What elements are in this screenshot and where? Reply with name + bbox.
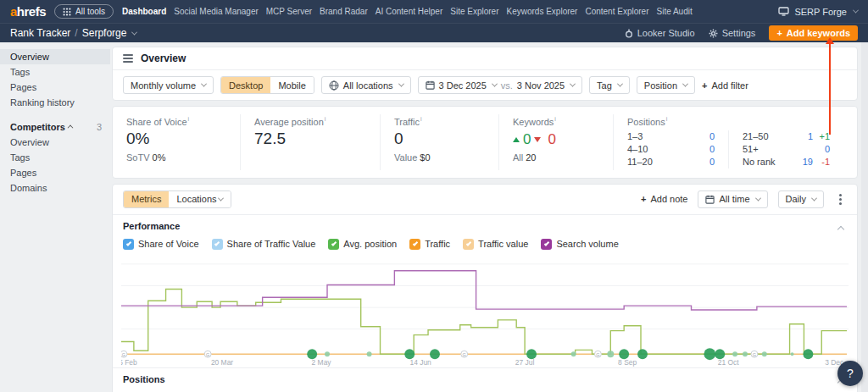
- svg-text:G: G: [596, 351, 599, 356]
- settings-label: Settings: [722, 28, 756, 38]
- sidebar-competitors-pages[interactable]: Pages: [0, 165, 110, 180]
- sidebar-item-pages[interactable]: Pages: [0, 80, 110, 95]
- legend-label: Traffic: [425, 239, 450, 249]
- date-start: 3 Dec 2025: [439, 80, 487, 91]
- sidebar-main-list: OverviewTagsPagesRanking history: [0, 49, 110, 110]
- checkbox-checked-icon[interactable]: [212, 239, 223, 250]
- sidebar-item-tags[interactable]: Tags: [0, 64, 110, 80]
- add-filter-button[interactable]: +Add filter: [702, 80, 748, 91]
- looker-studio-label: Looker Studio: [637, 28, 695, 38]
- checkbox-checked-icon[interactable]: [328, 239, 339, 250]
- positions-stat-value: 0: [698, 143, 715, 156]
- collapse-icon[interactable]: [838, 224, 843, 234]
- device-mobile[interactable]: Mobile: [270, 77, 313, 93]
- positions-stat-label: 4–10: [627, 143, 698, 156]
- note-marker: [762, 351, 767, 356]
- positions-stat-value: 19: [796, 156, 813, 168]
- nav-item-site-audit[interactable]: Site Audit: [656, 7, 692, 16]
- chevron-down-icon: [492, 81, 498, 87]
- ahrefs-logo[interactable]: ahrefs: [10, 4, 46, 19]
- plus-icon: +: [702, 80, 707, 91]
- positions-stat-row: 11–200: [627, 156, 715, 168]
- nav-item-brand-radar[interactable]: Brand Radar: [320, 7, 368, 16]
- performance-legend: Share of VoiceShare of Traffic ValueAvg.…: [123, 239, 847, 250]
- legend-label: Search volume: [556, 239, 618, 249]
- volume-dropdown[interactable]: Monthly volume: [123, 76, 214, 94]
- series-avg-position: [121, 289, 847, 354]
- legend-label: Avg. position: [343, 239, 397, 249]
- add-filter-label: Add filter: [711, 80, 748, 91]
- positions-stat-label: No rank: [743, 156, 796, 168]
- vs-label: vs.: [501, 80, 513, 91]
- legend-share-of-voice[interactable]: Share of Voice: [123, 239, 199, 250]
- nav-item-content-explorer[interactable]: Content Explorer: [585, 7, 648, 16]
- granularity-dropdown[interactable]: Daily: [778, 190, 824, 208]
- positions-table-right: 21–501+151+0No rank19-1: [728, 130, 843, 168]
- checkbox-checked-icon[interactable]: [463, 239, 474, 250]
- nav-item-site-explorer[interactable]: Site Explorer: [450, 7, 498, 16]
- info-icon[interactable]: i: [666, 116, 668, 122]
- info-icon[interactable]: i: [188, 116, 190, 122]
- positions-stat-row: No rank19-1: [743, 156, 830, 168]
- info-icon[interactable]: i: [554, 116, 556, 122]
- note-marker: [803, 349, 813, 359]
- checkbox-checked-icon[interactable]: [123, 239, 134, 250]
- add-note-button[interactable]: +Add note: [641, 194, 687, 204]
- performance-section: Performance Share of VoiceShare of Traff…: [113, 215, 857, 256]
- more-options-icon[interactable]: [839, 198, 842, 201]
- sidebar-competitors-header[interactable]: Competitors 3: [0, 119, 110, 135]
- performance-chart[interactable]: GGGGG5 Feb20 Mar2 May14 Jun27 Jul8 Sep21…: [121, 259, 849, 367]
- sidebar-item-overview[interactable]: Overview: [0, 49, 110, 64]
- scrollbar[interactable]: [861, 42, 868, 392]
- legend-search-volume[interactable]: Search volume: [541, 239, 618, 250]
- info-icon[interactable]: i: [420, 116, 422, 122]
- positions-stat-label: 11–20: [627, 156, 698, 168]
- breadcrumb-project: Serpforge: [82, 27, 127, 39]
- settings-button[interactable]: Settings: [709, 28, 756, 38]
- stat-keywords: Keywordsi 0 0 All20: [498, 114, 613, 170]
- sidebar-competitors-tags[interactable]: Tags: [0, 150, 110, 165]
- tag-dropdown[interactable]: Tag: [589, 76, 630, 94]
- tab-locations[interactable]: Locations: [169, 191, 230, 207]
- position-dropdown[interactable]: Position: [637, 76, 695, 94]
- checkbox-checked-icon[interactable]: [541, 239, 552, 250]
- legend-traffic-value[interactable]: Traffic value: [463, 239, 528, 250]
- legend-share-of-traffic-value[interactable]: Share of Traffic Value: [212, 239, 316, 250]
- note-marker: [571, 351, 576, 356]
- add-keywords-button[interactable]: + Add keywords: [769, 25, 858, 41]
- positions-stat-row: 4–100: [627, 143, 715, 156]
- locations-dropdown[interactable]: All locations: [321, 76, 411, 94]
- performance-title: Performance: [123, 221, 847, 231]
- chevron-down-icon: [398, 81, 403, 87]
- tab-metrics[interactable]: Metrics: [124, 191, 169, 207]
- breadcrumb[interactable]: Rank Tracker / Serpforge: [10, 27, 136, 39]
- nav-item-ai-content-helper[interactable]: AI Content Helper: [376, 7, 443, 16]
- legend-traffic[interactable]: Traffic: [409, 239, 450, 250]
- stats-card: Share of Voicei 0% SoTV0% Average positi…: [112, 106, 858, 179]
- nav-item-keywords-explorer[interactable]: Keywords Explorer: [507, 7, 578, 16]
- device-desktop[interactable]: Desktop: [221, 77, 270, 93]
- positions-stat-value: 0: [698, 130, 715, 143]
- all-tools-button[interactable]: All tools: [54, 4, 114, 19]
- sidebar-competitors-overview[interactable]: Overview: [0, 135, 110, 150]
- positions-title: Positions: [123, 374, 847, 384]
- sidebar-competitors-domains[interactable]: Domains: [0, 180, 110, 196]
- account-menu[interactable]: SERP Forge: [778, 7, 858, 17]
- looker-studio-link[interactable]: Looker Studio: [625, 28, 695, 38]
- checkbox-checked-icon[interactable]: [409, 239, 420, 250]
- menu-icon[interactable]: [123, 54, 133, 63]
- positions-section: Positions 1–34–1011–2021–5051+No rank: [113, 368, 857, 392]
- sidebar-item-ranking-history[interactable]: Ranking history: [0, 95, 110, 110]
- x-axis-label: 21 Oct: [718, 358, 739, 367]
- nav-item-mcp-server[interactable]: MCP Server: [266, 7, 312, 16]
- date-range-picker[interactable]: 3 Dec 2025 vs. 3 Nov 2025: [418, 76, 583, 94]
- chevron-up-icon: [67, 125, 73, 131]
- help-button[interactable]: ?: [837, 361, 863, 386]
- share-of-voice-value: 0%: [126, 130, 226, 148]
- nav-item-social-media-manager[interactable]: Social Media Manager: [174, 7, 259, 16]
- legend-avg-position[interactable]: Avg. position: [328, 239, 397, 250]
- nav-item-dashboard[interactable]: Dashboard: [122, 7, 166, 16]
- check-icon: [214, 240, 220, 246]
- time-range-dropdown[interactable]: All time: [698, 190, 767, 208]
- info-icon[interactable]: i: [325, 116, 326, 122]
